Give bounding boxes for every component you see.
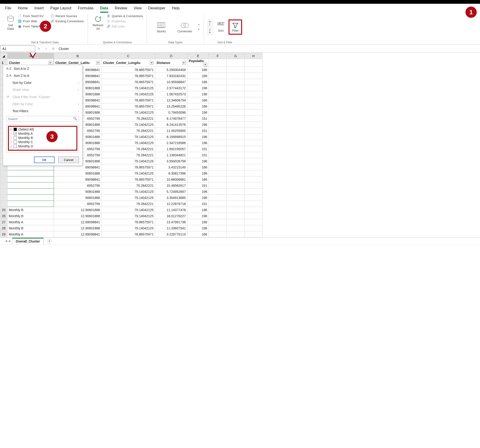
row-header[interactable]: 25 (0, 207, 7, 213)
tab-review[interactable]: Review (115, 6, 127, 13)
data-types-down[interactable]: ▼ (198, 28, 200, 31)
filter-option[interactable]: ├Monthly B (10, 136, 76, 140)
table-row[interactable]: 8909884178.8657597110.66006861166 (0, 176, 262, 182)
tab-home[interactable]: Home (18, 6, 28, 13)
col-header-B[interactable]: B (54, 53, 101, 59)
ok-button[interactable]: OK (34, 156, 55, 163)
fx-icon[interactable]: fx (50, 47, 56, 51)
refresh-all-button[interactable]: Refresh All (92, 14, 104, 31)
sort-button[interactable]: AZ Sort (215, 21, 226, 33)
row-header[interactable] (0, 170, 7, 176)
currencies-type[interactable]: Currencies (174, 20, 195, 34)
filter-dropdown-icon[interactable]: ▾ (49, 61, 52, 65)
sort-z-to-a[interactable]: Z↓A Sort Z to A (3, 72, 82, 79)
sheet-nav-next[interactable]: ▶ (8, 239, 11, 243)
row-header[interactable] (0, 201, 7, 207)
accept-formula-icon[interactable]: ✓ (43, 47, 50, 51)
table-row[interactable]: .695279979.284222115.46562617151 (0, 182, 262, 189)
filter-dropdown-icon[interactable]: ▾ (96, 61, 100, 65)
chevron-right-icon: › (78, 81, 79, 84)
table-row[interactable]: 29Monthly A12.8909884178.865759713.22977… (0, 231, 262, 237)
filter-dropdown-icon[interactable]: ▾ (150, 61, 154, 65)
sort-icon: AZ (217, 22, 224, 29)
name-box[interactable] (0, 45, 35, 52)
sort-desc-button[interactable]: Z↓A (208, 28, 213, 35)
sheet-tab-active[interactable]: Overall_Cluster (12, 238, 44, 244)
header-cell-D[interactable]: Distance▾ (155, 59, 187, 67)
table-row[interactable]: .695279979.284222112.22876718151 (0, 201, 262, 207)
text-filters[interactable]: Text Filters› (3, 108, 82, 115)
from-text-csv[interactable]: 📄From Text/CSV (18, 14, 48, 18)
tab-page-layout[interactable]: Page Layout (50, 6, 71, 13)
recent-icon: 🕘 (50, 14, 54, 18)
tab-file[interactable]: File (5, 6, 11, 13)
group-data-types: Stocks Currencies ▲ ▼ Data Types (148, 14, 203, 44)
data-types-up[interactable]: ▲ (198, 23, 200, 26)
table-row[interactable]: 28Monthly B12.9080188879.1404212511.3360… (0, 225, 262, 231)
col-header-F[interactable]: F (209, 53, 227, 59)
formula-bar[interactable]: Cluster (56, 46, 480, 52)
chevron-right-icon: › (78, 109, 79, 113)
tab-formulas[interactable]: Formulas (78, 6, 93, 13)
row-header[interactable]: 26 (0, 213, 7, 219)
row-header[interactable] (0, 189, 7, 195)
recent-sources[interactable]: 🕘Recent Sources (50, 14, 84, 18)
get-data-button[interactable]: Get Data (6, 14, 15, 31)
tab-insert[interactable]: Insert (34, 6, 44, 13)
queries-connections[interactable]: ☰Queries & Connections (107, 14, 143, 18)
group-sort-filter: A↓Z Z↓A AZ Sort Filter Sort & Filter (204, 14, 243, 44)
table-row[interactable]: 9080188879.140421253.304913685196 (0, 195, 262, 201)
col-header-D[interactable]: D (155, 53, 187, 59)
filter-option[interactable]: ├Monthly A (10, 132, 76, 136)
table-row[interactable]: 27Monthly A12.8909884178.8657597113.4799… (0, 219, 262, 225)
filter-button[interactable]: Filter (230, 21, 241, 33)
filter-dropdown-icon[interactable]: ▾ (182, 61, 186, 65)
tab-view[interactable]: View (134, 6, 141, 13)
sheet-view: Sheet View› (3, 86, 82, 93)
clear-funnel-icon: ⧩ (6, 95, 10, 99)
worksheet[interactable]: ◢ A B C D E F G H 1Cluster▾Cluster_Cente… (0, 53, 480, 237)
row-header[interactable] (0, 195, 7, 201)
col-header-A[interactable]: A (7, 53, 54, 59)
row-header[interactable]: 28 (0, 225, 7, 231)
table-row[interactable]: 25Monthly B12.9080188879.1404212511.1437… (0, 207, 262, 213)
filter-option[interactable]: ├Monthly D (10, 144, 76, 148)
title-bar (0, 0, 480, 4)
tab-help[interactable]: Help (172, 6, 180, 13)
tab-data[interactable]: Data (100, 6, 108, 13)
table-row[interactable]: 9080188879.140421255.724952897196 (0, 189, 262, 195)
col-header-H[interactable]: H (244, 53, 262, 59)
row-header[interactable] (0, 182, 7, 189)
tab-developer[interactable]: Developer (148, 6, 165, 13)
properties[interactable]: ☰Properties (107, 19, 143, 23)
table-row[interactable]: 9080188879.140421258.30817396196 (0, 170, 262, 176)
funnel-icon (232, 22, 239, 29)
edit-links[interactable]: 🔗Edit Links (107, 24, 143, 28)
checklist-highlight: ⊟(Select All) ├Monthly A├Monthly B├Month… (8, 126, 77, 151)
sort-a-to-z[interactable]: A↓Z Sort A to Z (3, 65, 82, 72)
col-header-E[interactable]: E (187, 53, 209, 59)
cancel-button[interactable]: Cancel (58, 156, 79, 163)
col-header-C[interactable]: C (101, 53, 155, 59)
select-all-checkbox[interactable]: ⊟(Select All) (10, 127, 76, 132)
row-header[interactable]: 29 (0, 231, 7, 237)
row-header[interactable]: 27 (0, 219, 7, 225)
header-cell-E[interactable]: Populatio▾ (187, 59, 209, 67)
sort-by-color[interactable]: Sort by Color› (3, 79, 82, 86)
existing-connections[interactable]: 🔗Existing Connections (50, 19, 84, 23)
header-cell-C[interactable]: Cluster_Center_Longitu▾ (101, 59, 155, 67)
ribbon-tabs: File Home Insert Page Layout Formulas Da… (0, 4, 480, 13)
file-icon: 📄 (18, 14, 21, 18)
table-row[interactable]: 26Monthly B12.9080188879.1404212518.0127… (0, 213, 262, 219)
filter-option[interactable]: ├Monthly C (10, 140, 76, 144)
select-all-corner[interactable]: ◢ (0, 53, 7, 59)
col-header-G[interactable]: G (227, 53, 244, 59)
sheet-nav-prev[interactable]: ◀ (5, 239, 7, 243)
filter-dropdown-icon[interactable]: ▾ (204, 63, 207, 67)
sort-asc-button[interactable]: A↓Z (208, 20, 213, 27)
cancel-formula-icon[interactable]: ✕ (35, 47, 43, 51)
row-header[interactable] (0, 176, 7, 182)
filter-search-input[interactable] (6, 116, 79, 122)
stocks-type[interactable]: Stocks (151, 20, 172, 34)
add-sheet-button[interactable]: ＋ (47, 239, 52, 244)
